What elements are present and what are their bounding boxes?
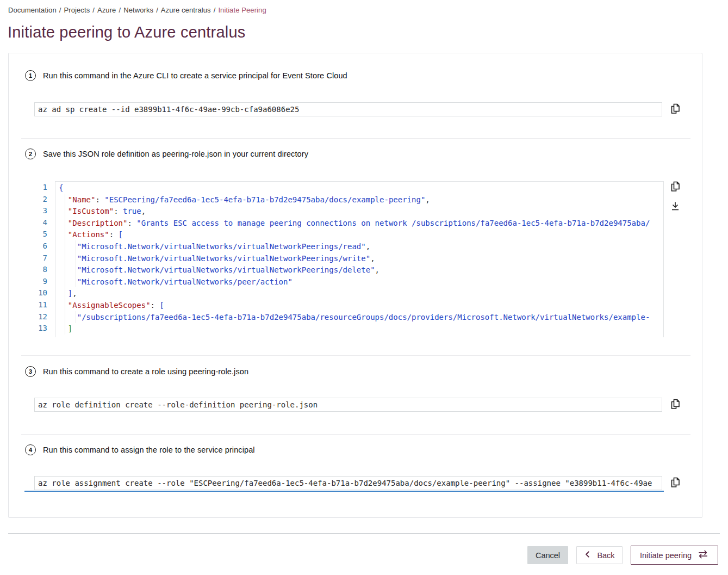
json-code-line: "Actions": [	[59, 229, 650, 241]
horizontal-scrollbar[interactable]	[24, 491, 664, 492]
step-3-number: 3	[25, 366, 36, 377]
step-1-label: Run this command in the Azure CLI to cre…	[43, 71, 347, 80]
steps-card: 1 Run this command in the Azure CLI to c…	[8, 53, 702, 518]
json-line-number: 4	[25, 217, 47, 229]
step-2-number: 2	[25, 149, 36, 159]
breadcrumb-separator: /	[57, 6, 64, 14]
json-line-number: 8	[25, 264, 47, 276]
json-line-number: 12	[25, 311, 47, 323]
step-4-number: 4	[25, 444, 36, 455]
initiate-peering-button[interactable]: Initiate peering	[631, 546, 718, 565]
step-3-label: Run this command to create a role using …	[43, 367, 248, 376]
json-line-number: 13	[25, 323, 47, 335]
download-icon	[669, 200, 682, 213]
indent-guide	[76, 311, 76, 323]
json-code-line: {	[59, 182, 650, 194]
breadcrumb-separator: /	[211, 6, 219, 14]
breadcrumb-item-documentation[interactable]: Documentation	[8, 6, 57, 14]
cancel-button-label: Cancel	[536, 551, 560, 560]
step-4-command[interactable]: az role assignment create --role "ESCPee…	[34, 476, 662, 490]
json-code-line: "/subscriptions/fa7eed6a-1ec5-4efa-b71a-…	[59, 312, 650, 324]
json-code-line: "IsCustom": true,	[59, 206, 650, 218]
cancel-button[interactable]: Cancel	[527, 546, 568, 564]
section-divider	[21, 434, 690, 435]
json-code-line: "AssignableScopes": [	[59, 300, 650, 312]
breadcrumb-separator: /	[90, 6, 97, 14]
swap-arrows-icon	[697, 549, 709, 561]
footer-divider	[8, 533, 720, 534]
json-code-line: "Microsoft.Network/virtualNetworks/virtu…	[59, 253, 650, 265]
indent-guide	[65, 194, 65, 335]
breadcrumb: Documentation/Projects/Azure/Networks/Az…	[8, 6, 266, 14]
step-1-number: 1	[25, 70, 36, 81]
json-line-numbers: 1234567891011121314	[25, 182, 47, 337]
copy-icon	[669, 476, 682, 489]
copy-icon	[669, 102, 682, 115]
json-code-line: }	[59, 335, 650, 337]
section-divider	[21, 355, 690, 356]
copy-button[interactable]	[669, 398, 682, 411]
breadcrumb-current: Initiate Peering	[218, 6, 266, 14]
page: Documentation/Projects/Azure/Networks/Az…	[0, 0, 728, 575]
breadcrumb-item-azure-centralus[interactable]: Azure centralus	[161, 6, 211, 14]
indent-guide	[76, 240, 76, 287]
breadcrumb-item-projects[interactable]: Projects	[64, 6, 90, 14]
json-code-line: "Microsoft.Network/virtualNetworks/virtu…	[59, 241, 650, 253]
json-role-definition-editor[interactable]: 1234567891011121314 { "Name": "ESCPeerin…	[9, 181, 694, 337]
section-divider	[21, 138, 690, 139]
breadcrumb-separator: /	[116, 6, 123, 14]
step-4-label: Run this command to assign the role to t…	[43, 446, 255, 454]
step-3-command[interactable]: az role definition create --role-definit…	[34, 398, 662, 412]
json-content-area[interactable]: { "Name": "ESCPeering/fa7eed6a-1ec5-4efa…	[55, 181, 664, 337]
copy-button[interactable]	[669, 180, 682, 193]
json-code-line: "Description": "Grants ESC access to man…	[59, 218, 650, 230]
copy-button[interactable]	[669, 102, 682, 115]
json-code-line: "Name": "ESCPeering/fa7eed6a-1ec5-4efa-b…	[59, 194, 650, 206]
json-line-number: 11	[25, 299, 47, 311]
chevron-left-icon	[584, 551, 592, 560]
json-code-lines: { "Name": "ESCPeering/fa7eed6a-1ec5-4efa…	[55, 182, 650, 337]
copy-button[interactable]	[669, 476, 682, 489]
json-line-number: 9	[25, 276, 47, 288]
back-button-label: Back	[597, 551, 614, 560]
breadcrumb-separator: /	[153, 6, 161, 14]
json-line-number: 10	[25, 287, 47, 299]
initiate-peering-button-label: Initiate peering	[640, 551, 692, 560]
json-line-number: 2	[25, 194, 47, 206]
json-line-number: 3	[25, 205, 47, 217]
json-line-number: 7	[25, 252, 47, 264]
json-line-number: 14	[25, 335, 47, 337]
page-title: Initiate peering to Azure centralus	[8, 23, 245, 41]
json-code-line: "Microsoft.Network/virtualNetworks/virtu…	[59, 264, 650, 276]
back-button[interactable]: Back	[576, 546, 623, 564]
json-line-number: 1	[25, 182, 47, 194]
step-1-command[interactable]: az ad sp create --id e3899b11-4f6c-49ae-…	[34, 102, 662, 116]
breadcrumb-item-networks[interactable]: Networks	[123, 6, 153, 14]
json-code-line: "Microsoft.Network/virtualNetworks/peer/…	[59, 276, 650, 288]
json-code-line: ]	[59, 323, 650, 335]
copy-icon	[669, 180, 682, 193]
step-2-label: Save this JSON role definition as peerin…	[43, 150, 308, 158]
json-code-line: ],	[59, 288, 650, 300]
breadcrumb-item-azure[interactable]: Azure	[97, 6, 116, 14]
json-line-number: 5	[25, 228, 47, 240]
download-button[interactable]	[669, 200, 682, 213]
json-line-number: 6	[25, 240, 47, 252]
copy-icon	[669, 398, 682, 411]
